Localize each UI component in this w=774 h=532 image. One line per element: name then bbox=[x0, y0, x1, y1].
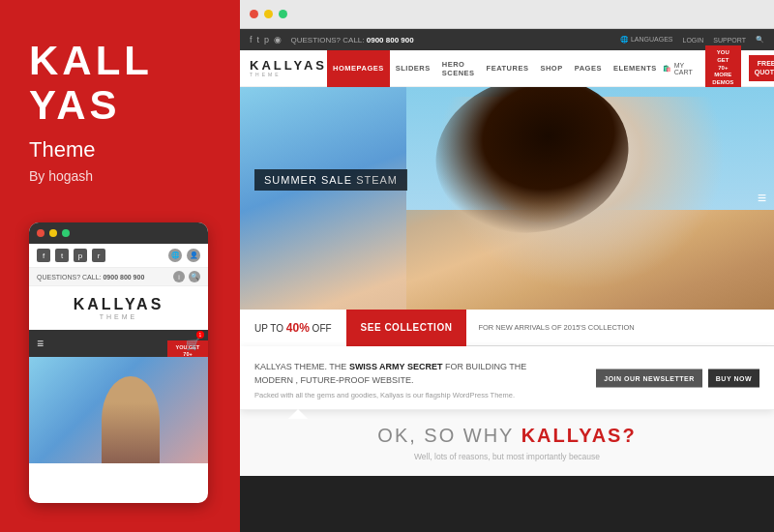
site-info-wrapper: KALLYAS THEME. THE SWISS ARMY SECRET FOR… bbox=[240, 346, 774, 410]
mobile-phone-label: QUESTIONS? CALL: 0900 800 900 bbox=[37, 274, 144, 281]
see-collection-button[interactable]: SEE COLLECTION bbox=[346, 310, 467, 346]
mobile-preview: f t p r 🌐 👤 QUESTIONS? CALL: 0900 800 90… bbox=[29, 222, 208, 503]
site-logo-text: KALLYAS bbox=[250, 59, 327, 72]
right-panel: f t p ◉ QUESTIONS? CALL: 0900 800 900 🌐 … bbox=[240, 0, 774, 532]
login-link[interactable]: LOGIN bbox=[682, 37, 703, 44]
nav-link-elements[interactable]: ELEMENTS bbox=[608, 50, 663, 87]
site-logo-area: KALLYAS THEME bbox=[250, 59, 327, 77]
brand-title: KALL YAS bbox=[29, 39, 153, 128]
nav-link-features[interactable]: FEATURES bbox=[481, 50, 535, 87]
browser-dot-red bbox=[250, 10, 258, 18]
dot-red-icon bbox=[37, 229, 45, 237]
why-title: OK, SO WHY KALLYAS? bbox=[254, 425, 759, 447]
info-line1-bold: SWISS ARMY SECRET bbox=[349, 362, 443, 371]
up-to-label: UP TO 40% OFF bbox=[254, 321, 332, 335]
nav-link-sliders[interactable]: SLIDERS bbox=[390, 50, 436, 87]
summer-sale-label: SUMMER SALE STEAM bbox=[254, 169, 407, 191]
brand-theme-label: Theme bbox=[29, 137, 95, 163]
cart-label: MY CART bbox=[674, 62, 698, 75]
hero-woman-image bbox=[406, 87, 774, 310]
mobile-header: f t p r 🌐 👤 bbox=[29, 244, 208, 268]
mobile-cart: 🛒 1 bbox=[186, 335, 200, 352]
nav-link-pages[interactable]: PAGES bbox=[569, 50, 608, 87]
mobile-logo-sub: THEME bbox=[39, 313, 198, 320]
site-top-right: 🌐 LANGUAGES LOGIN SUPPORT 🔍 bbox=[620, 36, 764, 44]
browser-chrome bbox=[240, 0, 774, 29]
kallyas-highlight: KALLYAS? bbox=[521, 425, 637, 446]
website-mockup: f t p ◉ QUESTIONS? CALL: 0900 800 900 🌐 … bbox=[240, 29, 774, 532]
info-line2: MODERN , FUTURE-PROOF WEBSITE. bbox=[254, 375, 414, 385]
nav-link-heroscenes[interactable]: HERO SCENES bbox=[436, 50, 481, 87]
cart-area[interactable]: 🛍️ MY CART bbox=[663, 62, 698, 75]
mobile-social-icons: f t p r bbox=[37, 249, 105, 262]
info-line1-end: FOR BUILDING THE bbox=[442, 362, 526, 371]
info-arrow-icon bbox=[288, 409, 308, 419]
support-link[interactable]: SUPPORT bbox=[713, 37, 746, 44]
brand-by-label: By hogash bbox=[29, 168, 93, 184]
dot-yellow-icon bbox=[49, 229, 57, 237]
mobile-phone-bar: QUESTIONS? CALL: 0900 800 900 i 🔍 bbox=[29, 268, 208, 286]
site-hero: SUMMER SALE STEAM ≡ bbox=[240, 87, 774, 310]
cta-subtext: FOR NEW ARRIVALS OF 2015'S COLLECTION bbox=[466, 310, 645, 346]
site-nav-links: HOMEPAGES SLIDERS HERO SCENES FEATURES S… bbox=[327, 50, 663, 87]
why-subtitle: Well, lots of reasons, but most importan… bbox=[254, 452, 759, 461]
site-pinterest-icon: p bbox=[264, 35, 269, 44]
hero-hair bbox=[424, 87, 641, 248]
mobile-header-right: 🌐 👤 bbox=[168, 249, 200, 262]
site-rss-icon: ◉ bbox=[274, 35, 282, 44]
summer-sale-steam: STEAM bbox=[356, 174, 398, 186]
cart-icon: 🛒 bbox=[186, 338, 200, 351]
nav-link-homepages[interactable]: HOMEPAGES bbox=[327, 50, 390, 87]
site-facebook-icon: f bbox=[250, 35, 253, 44]
left-panel: KALL YAS Theme By hogash f t p r 🌐 👤 QUE… bbox=[0, 0, 240, 532]
info-text: KALLYAS THEME. THE SWISS ARMY SECRET FOR… bbox=[254, 361, 574, 387]
search-icon: 🔍 bbox=[189, 271, 200, 282]
globe-icon: 🌐 bbox=[168, 249, 182, 262]
site-bottom-section: OK, SO WHY KALLYAS? Well, lots of reason… bbox=[240, 410, 774, 476]
buy-now-button[interactable]: BUY NOW bbox=[708, 369, 759, 387]
site-social-icons: f t p ◉ QUESTIONS? CALL: 0900 800 900 bbox=[250, 35, 414, 44]
site-nav-right: 🛍️ MY CART YOU GET70+MOREDEMOS FREEQUOTE bbox=[663, 45, 774, 91]
site-main-nav: KALLYAS THEME HOMEPAGES SLIDERS HERO SCE… bbox=[240, 50, 774, 87]
search-top-icon[interactable]: 🔍 bbox=[756, 36, 764, 44]
pinterest-icon: p bbox=[74, 249, 87, 262]
cta-off-text: UP TO 40% OFF bbox=[240, 310, 346, 346]
info-subtext: Packed with all the gems and goodies, Ka… bbox=[254, 391, 759, 399]
mobile-hero-image bbox=[29, 357, 208, 463]
site-cta-bar: UP TO 40% OFF SEE COLLECTION FOR NEW ARR… bbox=[240, 310, 774, 346]
info-line1-start: KALLYAS THEME. THE bbox=[254, 362, 349, 371]
site-info-section: KALLYAS THEME. THE SWISS ARMY SECRET FOR… bbox=[240, 346, 774, 410]
user-icon: 👤 bbox=[187, 249, 200, 262]
percent-off: 40% bbox=[286, 321, 310, 335]
free-quote-button[interactable]: FREEQUOTE bbox=[749, 55, 774, 81]
cart-bag-icon: 🛍️ bbox=[663, 65, 671, 73]
hamburger-icon: ≡ bbox=[37, 337, 44, 350]
info-icon: i bbox=[173, 271, 185, 282]
browser-dot-yellow bbox=[264, 10, 273, 18]
nav-link-shop[interactable]: SHOP bbox=[534, 50, 568, 87]
dot-green-icon bbox=[62, 229, 70, 237]
info-buttons: JOIN OUR NEWSLETTER BUY NOW bbox=[596, 369, 759, 387]
browser-dot-green bbox=[279, 10, 287, 18]
site-twitter-icon: t bbox=[257, 35, 260, 44]
twitter-icon: t bbox=[55, 249, 69, 262]
languages-link[interactable]: 🌐 LANGUAGES bbox=[620, 36, 673, 44]
rss-icon: r bbox=[92, 249, 105, 262]
site-phone-label: QUESTIONS? CALL: 0900 800 900 bbox=[286, 36, 414, 44]
mobile-logo-text: KALLYAS bbox=[39, 296, 198, 313]
mobile-top-bar bbox=[29, 222, 208, 244]
scroll-arrow-icon: ≡ bbox=[758, 190, 766, 207]
cart-badge: 1 bbox=[196, 331, 204, 339]
facebook-icon: f bbox=[37, 249, 50, 262]
mobile-logo-area: KALLYAS THEME bbox=[29, 286, 208, 330]
summer-sale-text: SUMMER SALE bbox=[264, 174, 352, 186]
you-get-site-badge: YOU GET70+MOREDEMOS bbox=[705, 45, 741, 91]
ok-so-why-text: OK, SO WHY bbox=[377, 425, 514, 446]
newsletter-button[interactable]: JOIN OUR NEWSLETTER bbox=[596, 369, 702, 387]
